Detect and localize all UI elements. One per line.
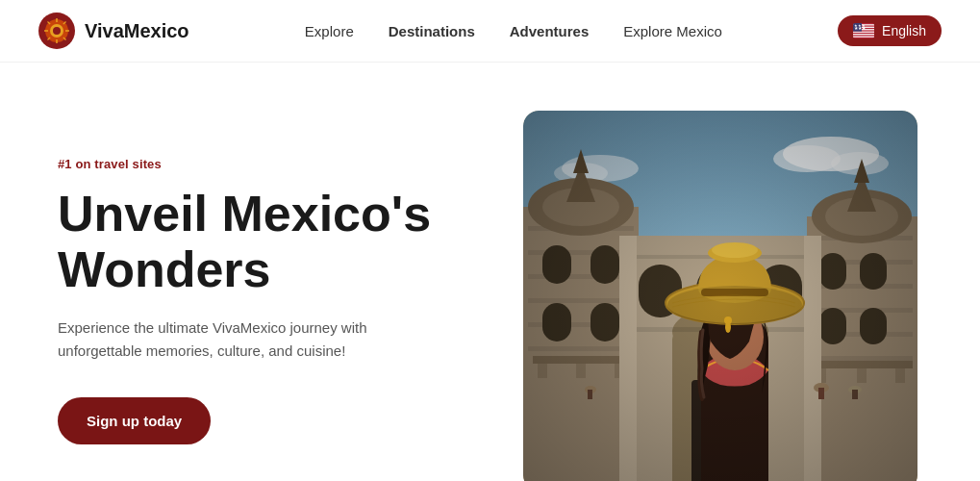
hero-section: #1 on travel sites Unveil Mexico's Wonde… [0,63,980,481]
svg-point-2 [53,27,61,35]
language-label: English [882,23,926,38]
nav-links: Explore Destinations Adventures Explore … [305,23,722,39]
hero-content: #1 on travel sites Unveil Mexico's Wonde… [58,157,462,443]
svg-rect-16 [853,34,874,35]
flag-icon: ★★★ ★★★ [853,23,874,38]
svg-rect-108 [523,111,917,481]
svg-rect-15 [853,32,874,33]
logo-area[interactable]: VivaMexico [38,13,189,49]
hero-badge: #1 on travel sites [58,157,462,171]
svg-text:★★★: ★★★ [854,23,866,28]
hero-description: Experience the ultimate VivaMexico journ… [58,316,423,363]
signup-button[interactable]: Sign up today [58,397,211,444]
hero-image [523,111,917,481]
navbar: VivaMexico Explore Destinations Adventur… [0,0,980,63]
language-selector[interactable]: ★★★ ★★★ English [838,15,942,46]
nav-link-explore-mexico[interactable]: Explore Mexico [623,23,722,39]
logo-icon [38,13,75,49]
nav-link-destinations[interactable]: Destinations [389,23,475,39]
logo-text: VivaMexico [85,20,189,42]
hero-title: Unveil Mexico's Wonders [58,187,462,296]
svg-rect-17 [853,37,874,38]
nav-link-explore[interactable]: Explore [305,23,354,39]
nav-link-adventures[interactable]: Adventures [510,23,590,39]
hero-image-container [519,111,923,481]
hero-illustration [523,111,917,481]
